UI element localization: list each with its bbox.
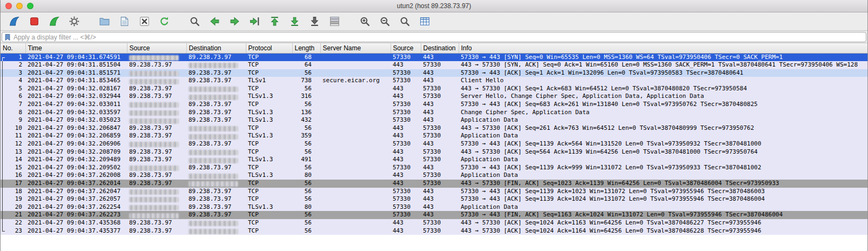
packet-row[interactable]: 92021-04-27 09:04:32.03502389.238.73.97T… xyxy=(1,116,867,124)
redacted-ip xyxy=(129,189,179,195)
column-header-source-7[interactable]: Source xyxy=(391,43,421,53)
packet-row[interactable]: 12021-04-27 09:04:31.67459189.238.73.97T… xyxy=(1,53,867,61)
time-cell: 2021-04-27 09:04:32.209502 xyxy=(25,164,127,172)
minimize-window-button[interactable] xyxy=(16,3,23,9)
redacted-ip xyxy=(189,87,238,92)
first-packet-button[interactable] xyxy=(266,14,282,29)
protocol-cell: TLSv1.3 xyxy=(246,93,292,101)
protocol-cell: TLSv1.3 xyxy=(246,109,292,117)
last-packet-button[interactable] xyxy=(286,14,302,29)
packet-row[interactable]: 232021-04-27 09:04:37.43537789.238.73.97… xyxy=(1,227,867,235)
protocol-cell: TCP xyxy=(246,188,292,196)
packet-row[interactable]: 212021-04-27 09:04:37.26227389.238.73.97… xyxy=(1,211,867,219)
packet-row[interactable]: 72021-04-27 09:04:32.03301189.238.73.97T… xyxy=(1,101,867,109)
open-capture-file-button[interactable] xyxy=(96,14,112,29)
packet-row[interactable]: 122021-04-27 09:04:32.20690689.238.73.97… xyxy=(1,140,867,148)
column-header-server-name-6[interactable]: Server Name xyxy=(320,43,391,53)
info-cell: 57330 → 443 [ACK] Seq=683 Ack=261 Win=13… xyxy=(459,101,867,109)
protocol-cell: TCP xyxy=(246,227,292,235)
packet-row[interactable]: 102021-04-27 09:04:32.20684789.238.73.97… xyxy=(1,124,867,133)
packet-row[interactable]: 62021-04-27 09:04:32.03294489.238.73.97T… xyxy=(1,93,867,101)
source-cell: 89.238.73.97 xyxy=(127,227,186,235)
start-capture-button[interactable] xyxy=(6,14,22,29)
column-header-destination-3[interactable]: Destination xyxy=(186,43,246,53)
packet-row[interactable]: 132021-04-27 09:04:32.20870989.238.73.97… xyxy=(1,148,867,156)
zoom-out-button[interactable] xyxy=(376,14,393,29)
column-header-info-9[interactable]: Info xyxy=(459,43,867,53)
close-capture-file-button[interactable] xyxy=(136,14,152,29)
save-capture-file-button[interactable] xyxy=(116,14,132,29)
destination-cell xyxy=(186,219,246,227)
length-cell: 68 xyxy=(292,53,320,61)
info-cell: 443 → 57330 [FIN, ACK] Seq=1023 Ack=1139… xyxy=(459,180,867,188)
info-cell: 57330 → 443 [ACK] Seq=1139 Ack=1024 Win=… xyxy=(459,195,867,203)
column-header-destination-8[interactable]: Destination xyxy=(421,43,459,53)
auto-scroll-button[interactable] xyxy=(306,14,322,29)
packet-row[interactable]: 32021-04-27 09:04:31.85157189.238.73.97T… xyxy=(1,69,867,77)
packet-row[interactable]: 172021-04-27 09:04:37.26201489.238.73.97… xyxy=(1,180,867,188)
source-cell xyxy=(127,101,186,109)
packet-row[interactable]: 52021-04-27 09:04:32.02816789.238.73.97T… xyxy=(1,85,867,93)
source-port-cell: 57330 xyxy=(391,140,421,148)
destination-port-cell: 57330 xyxy=(421,219,459,227)
bookmark-icon[interactable] xyxy=(4,34,11,41)
resize-columns-button[interactable] xyxy=(416,14,433,29)
colorize-packets-button[interactable] xyxy=(326,14,342,29)
server-name-cell xyxy=(320,132,391,140)
next-packet-button[interactable] xyxy=(226,14,243,29)
no-cell: 17 xyxy=(1,180,25,188)
source-port-cell: 57330 xyxy=(391,101,421,109)
column-header-length-5[interactable]: Length xyxy=(292,43,320,53)
length-cell: 80 xyxy=(292,171,320,180)
info-cell: 443 → 57330 [ACK] Seq=1 Ack=683 Win=6451… xyxy=(459,85,867,93)
length-cell: 56 xyxy=(292,69,320,77)
no-cell: 19 xyxy=(1,195,25,203)
column-header-no-0[interactable]: No. xyxy=(1,43,25,53)
source-port-cell: 57330 xyxy=(391,164,421,172)
protocol-cell: TCP xyxy=(246,124,292,133)
zoom-original-button[interactable] xyxy=(396,14,413,29)
zoom-window-button[interactable] xyxy=(27,3,33,9)
protocol-cell: TCP xyxy=(246,140,292,148)
previous-packet-button[interactable] xyxy=(206,14,223,29)
no-cell: 20 xyxy=(1,203,25,212)
display-filter-input[interactable] xyxy=(11,34,866,41)
packet-row[interactable]: 182021-04-27 09:04:37.26204789.238.73.97… xyxy=(1,188,867,196)
zoom-in-button[interactable] xyxy=(356,14,373,29)
packet-list-area: No.TimeSourceDestinationProtocolLengthSe… xyxy=(1,43,867,251)
stream-bracket xyxy=(2,85,5,93)
reload-capture-file-button[interactable] xyxy=(156,14,172,29)
packet-row[interactable]: 202021-04-27 09:04:37.26225489.238.73.97… xyxy=(1,203,867,212)
redacted-ip xyxy=(189,150,238,155)
destination-cell xyxy=(186,148,246,156)
column-header-protocol-4[interactable]: Protocol xyxy=(246,43,292,53)
capture-options-button[interactable] xyxy=(66,14,82,29)
redacted-ip xyxy=(129,205,179,210)
length-cell: 56 xyxy=(292,211,320,219)
close-window-button[interactable] xyxy=(5,3,12,9)
go-to-packet-button[interactable] xyxy=(246,14,263,29)
source-cell xyxy=(127,203,186,212)
time-cell: 2021-04-27 09:04:37.435377 xyxy=(25,227,127,235)
packet-row[interactable]: 222021-04-27 09:04:37.43536889.238.73.97… xyxy=(1,219,867,227)
info-cell: 443 → 57330 [ACK] Seq=564 Ack=1139 Win=6… xyxy=(459,148,867,156)
find-packet-button[interactable] xyxy=(186,14,203,29)
stop-capture-button[interactable] xyxy=(26,14,42,29)
length-cell: 491 xyxy=(292,156,320,164)
packet-row[interactable]: 42021-04-27 09:04:31.85346589.238.73.97T… xyxy=(1,77,867,85)
restart-capture-button[interactable] xyxy=(46,14,62,29)
packet-row[interactable]: 112021-04-27 09:04:32.20685989.238.73.97… xyxy=(1,132,867,140)
packet-row[interactable]: 22021-04-27 09:04:31.85150489.238.73.97T… xyxy=(1,61,867,69)
column-header-time-1[interactable]: Time xyxy=(25,43,127,53)
no-cell: 21 xyxy=(1,211,25,219)
source-cell: 89.238.73.97 xyxy=(127,132,186,140)
packet-row[interactable]: 82021-04-27 09:04:32.03359789.238.73.97T… xyxy=(1,109,867,117)
redacted-ip xyxy=(129,142,179,147)
packet-row[interactable]: 152021-04-27 09:04:32.20950289.238.73.97… xyxy=(1,164,867,172)
column-header-source-2[interactable]: Source xyxy=(127,43,186,53)
source-port-cell: 57330 xyxy=(391,116,421,124)
time-cell: 2021-04-27 09:04:32.033011 xyxy=(25,101,127,109)
packet-row[interactable]: 192021-04-27 09:04:37.26205789.238.73.97… xyxy=(1,195,867,203)
packet-row[interactable]: 142021-04-27 09:04:32.20948989.238.73.97… xyxy=(1,156,867,164)
packet-row[interactable]: 162021-04-27 09:04:37.26200889.238.73.97… xyxy=(1,171,867,180)
